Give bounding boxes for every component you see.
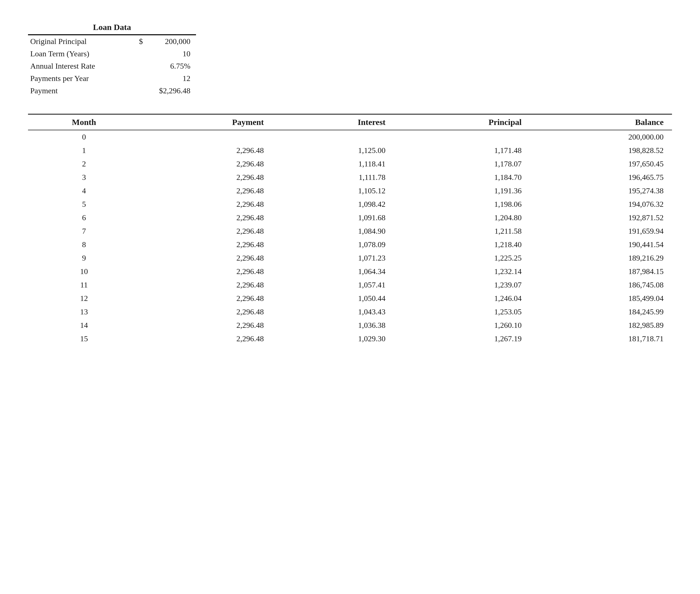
- table-row: 11 2,296.48 1,057.41 1,239.07 186,745.08: [28, 278, 672, 292]
- cell-principal: 1,211.58: [394, 224, 530, 238]
- loan-symbol: $: [134, 35, 145, 47]
- cell-month: 8: [28, 238, 140, 251]
- loan-label: Payment: [28, 85, 134, 97]
- table-row: 9 2,296.48 1,071.23 1,225.25 189,216.29: [28, 251, 672, 265]
- cell-balance: 194,076.32: [530, 198, 672, 211]
- cell-interest: 1,064.34: [272, 265, 394, 278]
- loan-symbol: [134, 60, 145, 72]
- cell-interest: 1,098.42: [272, 198, 394, 211]
- cell-payment: 2,296.48: [140, 211, 272, 224]
- amortization-header: Balance: [530, 114, 672, 130]
- cell-payment: 2,296.48: [140, 238, 272, 251]
- table-row: 14 2,296.48 1,036.38 1,260.10 182,985.89: [28, 319, 672, 332]
- cell-payment: 2,296.48: [140, 332, 272, 345]
- cell-balance: 197,650.45: [530, 157, 672, 171]
- cell-principal: 1,184.70: [394, 171, 530, 184]
- table-row: 15 2,296.48 1,029.30 1,267.19 181,718.71: [28, 332, 672, 345]
- cell-payment: 2,296.48: [140, 251, 272, 265]
- cell-month: 7: [28, 224, 140, 238]
- cell-balance: 182,985.89: [530, 319, 672, 332]
- cell-principal: 1,253.05: [394, 305, 530, 319]
- cell-month: 0: [28, 130, 140, 144]
- cell-payment: 2,296.48: [140, 184, 272, 198]
- cell-payment: 2,296.48: [140, 144, 272, 157]
- cell-month: 2: [28, 157, 140, 171]
- loan-data-section: Loan Data Original Principal $ 200,000 L…: [28, 23, 196, 97]
- cell-principal: 1,260.10: [394, 319, 530, 332]
- cell-payment: 2,296.48: [140, 305, 272, 319]
- cell-month: 9: [28, 251, 140, 265]
- amortization-header: Payment: [140, 114, 272, 130]
- amortization-table: MonthPaymentInterestPrincipalBalance 0 2…: [28, 114, 672, 345]
- cell-interest: 1,111.78: [272, 171, 394, 184]
- cell-interest: 1,071.23: [272, 251, 394, 265]
- cell-principal: 1,198.06: [394, 198, 530, 211]
- cell-balance: 196,465.75: [530, 171, 672, 184]
- loan-data-table: Original Principal $ 200,000 Loan Term (…: [28, 35, 196, 97]
- amortization-header: Interest: [272, 114, 394, 130]
- cell-payment: 2,296.48: [140, 157, 272, 171]
- cell-interest: 1,118.41: [272, 157, 394, 171]
- cell-interest: 1,050.44: [272, 292, 394, 305]
- cell-balance: 195,274.38: [530, 184, 672, 198]
- loan-data-title: Loan Data: [28, 23, 196, 35]
- loan-value: 10: [145, 47, 196, 60]
- table-row: 2 2,296.48 1,118.41 1,178.07 197,650.45: [28, 157, 672, 171]
- loan-value: 6.75%: [145, 60, 196, 72]
- cell-balance: 198,828.52: [530, 144, 672, 157]
- table-row: 7 2,296.48 1,084.90 1,211.58 191,659.94: [28, 224, 672, 238]
- cell-balance: 184,245.99: [530, 305, 672, 319]
- cell-balance: 189,216.29: [530, 251, 672, 265]
- loan-symbol: [134, 47, 145, 60]
- table-row: 8 2,296.48 1,078.09 1,218.40 190,441.54: [28, 238, 672, 251]
- table-row: 6 2,296.48 1,091.68 1,204.80 192,871.52: [28, 211, 672, 224]
- cell-payment: 2,296.48: [140, 224, 272, 238]
- cell-interest: 1,084.90: [272, 224, 394, 238]
- table-row: 5 2,296.48 1,098.42 1,198.06 194,076.32: [28, 198, 672, 211]
- loan-symbol: [134, 72, 145, 85]
- loan-label: Annual Interest Rate: [28, 60, 134, 72]
- loan-value: 12: [145, 72, 196, 85]
- cell-month: 13: [28, 305, 140, 319]
- cell-interest: [272, 130, 394, 144]
- cell-principal: 1,246.04: [394, 292, 530, 305]
- cell-principal: 1,232.14: [394, 265, 530, 278]
- table-row: 10 2,296.48 1,064.34 1,232.14 187,984.15: [28, 265, 672, 278]
- cell-principal: 1,239.07: [394, 278, 530, 292]
- table-row: 4 2,296.48 1,105.12 1,191.36 195,274.38: [28, 184, 672, 198]
- cell-month: 10: [28, 265, 140, 278]
- loan-label: Payments per Year: [28, 72, 134, 85]
- cell-interest: 1,036.38: [272, 319, 394, 332]
- cell-payment: [140, 130, 272, 144]
- amortization-section: MonthPaymentInterestPrincipalBalance 0 2…: [28, 114, 672, 345]
- cell-payment: 2,296.48: [140, 292, 272, 305]
- cell-principal: 1,204.80: [394, 211, 530, 224]
- cell-month: 5: [28, 198, 140, 211]
- cell-principal: 1,267.19: [394, 332, 530, 345]
- cell-principal: 1,225.25: [394, 251, 530, 265]
- table-row: 13 2,296.48 1,043.43 1,253.05 184,245.99: [28, 305, 672, 319]
- amortization-header: Principal: [394, 114, 530, 130]
- cell-payment: 2,296.48: [140, 265, 272, 278]
- cell-payment: 2,296.48: [140, 319, 272, 332]
- cell-principal: 1,191.36: [394, 184, 530, 198]
- cell-principal: 1,171.48: [394, 144, 530, 157]
- cell-month: 12: [28, 292, 140, 305]
- table-row: 12 2,296.48 1,050.44 1,246.04 185,499.04: [28, 292, 672, 305]
- cell-month: 3: [28, 171, 140, 184]
- cell-interest: 1,029.30: [272, 332, 394, 345]
- cell-balance: 186,745.08: [530, 278, 672, 292]
- cell-month: 1: [28, 144, 140, 157]
- cell-balance: 200,000.00: [530, 130, 672, 144]
- cell-payment: 2,296.48: [140, 171, 272, 184]
- cell-month: 11: [28, 278, 140, 292]
- cell-balance: 187,984.15: [530, 265, 672, 278]
- cell-balance: 192,871.52: [530, 211, 672, 224]
- cell-interest: 1,091.68: [272, 211, 394, 224]
- cell-month: 14: [28, 319, 140, 332]
- cell-principal: 1,178.07: [394, 157, 530, 171]
- cell-interest: 1,078.09: [272, 238, 394, 251]
- loan-value: 200,000: [145, 35, 196, 47]
- cell-month: 15: [28, 332, 140, 345]
- cell-balance: 181,718.71: [530, 332, 672, 345]
